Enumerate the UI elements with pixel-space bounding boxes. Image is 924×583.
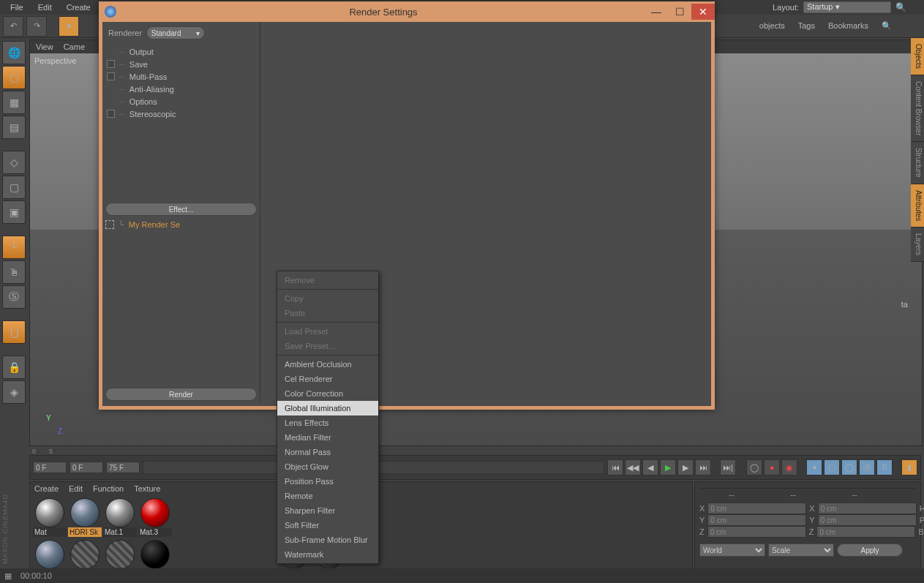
undo-button[interactable]: ↶ xyxy=(3,16,23,37)
menu-create[interactable]: Create xyxy=(59,1,98,13)
checkbox[interactable] xyxy=(107,60,115,68)
cube-tool[interactable]: ▢ xyxy=(2,66,26,89)
ctx-lens-effects[interactable]: Lens Effects xyxy=(277,415,378,430)
render-tree-item[interactable]: ─Anti-Aliasing xyxy=(105,83,260,95)
coord-field[interactable] xyxy=(818,514,917,526)
magnet-tool[interactable]: ⋃ xyxy=(2,320,26,344)
misc-tool[interactable]: ◈ xyxy=(2,380,26,404)
checkbox[interactable] xyxy=(107,72,115,80)
vp-camera[interactable]: Came xyxy=(64,42,85,51)
layout-select[interactable]: Startup ▾ xyxy=(803,1,891,13)
autokey-button[interactable]: ◉ xyxy=(781,459,797,475)
world-select[interactable]: World xyxy=(699,543,765,557)
tab-tags[interactable]: Tags xyxy=(798,21,815,31)
move-tool[interactable]: ➤ xyxy=(59,16,79,37)
record-button[interactable]: ● xyxy=(764,459,780,475)
coord-field[interactable] xyxy=(707,503,806,514)
menu-file[interactable]: File xyxy=(3,1,31,13)
poly-tool[interactable]: ▣ xyxy=(2,200,26,224)
ctx-object-glow[interactable]: Object Glow xyxy=(277,459,378,474)
globe-icon[interactable]: 🌐 xyxy=(2,41,26,64)
ctx-sharpen-filter[interactable]: Sharpen Filter xyxy=(277,503,378,518)
render-tree-item[interactable]: ─Save xyxy=(105,58,260,70)
lock-tool[interactable]: 🔒 xyxy=(2,356,26,379)
material-item[interactable]: Mat.3 xyxy=(138,498,172,537)
key-pos[interactable]: ✦ xyxy=(806,459,822,475)
key-rot[interactable]: ◯ xyxy=(841,459,857,475)
ctx-ambient-occlusion[interactable]: Ambient Occlusion xyxy=(277,357,378,372)
goto-start-button[interactable]: ⏮ xyxy=(607,459,623,475)
edge-tool[interactable]: ▢ xyxy=(2,176,26,199)
preset-name[interactable]: My Render Se xyxy=(129,220,180,229)
close-button[interactable]: ✕ xyxy=(691,4,715,20)
ctx-soft-filter[interactable]: Soft Filter xyxy=(277,518,378,533)
render-tree-item[interactable]: ─Output xyxy=(105,45,260,58)
tab-objects[interactable]: objects xyxy=(759,21,785,31)
ctx-watermark[interactable]: Watermark xyxy=(277,547,378,562)
coord-field[interactable] xyxy=(707,526,806,538)
material-item[interactable]: HDRI Sk xyxy=(68,498,102,537)
search-icon[interactable]: 🔍 xyxy=(882,21,892,31)
frame-a[interactable] xyxy=(33,462,67,473)
render-tree-item[interactable]: ─Stereoscopic xyxy=(105,108,260,120)
ctx-normal-pass[interactable]: Normal Pass xyxy=(277,445,378,459)
rec-1[interactable]: ◯ xyxy=(746,459,762,475)
key-param[interactable]: Ⓟ xyxy=(859,459,875,475)
mat-function[interactable]: Function xyxy=(93,484,124,493)
ctx-save-preset-: Save Preset... xyxy=(277,339,378,353)
ctx-median-filter[interactable]: Median Filter xyxy=(277,430,378,445)
point-tool[interactable]: ◇ xyxy=(2,151,26,174)
frame-c[interactable] xyxy=(106,462,140,473)
tab-layers[interactable]: Layers xyxy=(911,227,924,262)
key-pla[interactable]: ⠿ xyxy=(876,459,893,475)
mat-texture[interactable]: Texture xyxy=(134,484,160,493)
redo-button[interactable]: ↷ xyxy=(26,16,47,37)
next-frame-button[interactable]: ▶ xyxy=(677,459,694,475)
renderer-select[interactable]: Standard▾ xyxy=(146,26,205,40)
ctx-cel-renderer[interactable]: Cel Renderer xyxy=(277,372,378,386)
play-button[interactable]: ▶ xyxy=(660,459,676,475)
mouse-tool[interactable]: 🖱 xyxy=(2,260,26,284)
minimize-button[interactable]: — xyxy=(645,4,668,20)
tab-content-browser[interactable]: Content Browser xyxy=(911,75,924,142)
coord-field[interactable] xyxy=(707,514,806,526)
ctx-global-illumination[interactable]: Global Illumination xyxy=(277,401,378,415)
search-icon[interactable]: 🔍 xyxy=(895,2,906,12)
frame-b[interactable] xyxy=(70,462,103,473)
s-tool[interactable]: Ⓢ xyxy=(2,285,26,309)
maximize-button[interactable]: ☐ xyxy=(668,4,691,20)
dialog-titlebar[interactable]: Render Settings — ☐ ✕ xyxy=(99,1,715,22)
tab-objects-side[interactable]: Objects xyxy=(911,38,924,75)
material-item[interactable]: Mat.1 xyxy=(103,498,137,537)
tab-bookmarks[interactable]: Bookmarks xyxy=(828,21,868,31)
ctx-position-pass[interactable]: Position Pass xyxy=(277,474,378,489)
coord-field[interactable] xyxy=(818,503,917,514)
checker-tool[interactable]: ▦ xyxy=(2,91,26,114)
effect-button[interactable]: Effect... xyxy=(105,203,257,216)
render-tree-item[interactable]: ─Options xyxy=(105,95,260,108)
tab-attributes[interactable]: Attributes xyxy=(911,184,924,227)
dialog-icon xyxy=(105,6,116,18)
render-tree-item[interactable]: ─Multi-Pass xyxy=(105,70,260,83)
loop-button[interactable]: ⏭| xyxy=(720,459,736,475)
grid-tool[interactable]: ▤ xyxy=(2,116,26,139)
vp-view[interactable]: View xyxy=(36,42,53,51)
render-button[interactable]: Render xyxy=(105,388,257,401)
tab-structure[interactable]: Structure xyxy=(911,142,924,184)
coord-field[interactable] xyxy=(816,526,915,538)
ctx-remote[interactable]: Remote xyxy=(277,489,378,503)
goto-end-button[interactable]: ⏭ xyxy=(695,459,711,475)
mat-create[interactable]: Create xyxy=(34,484,59,493)
scale-select[interactable]: Scale xyxy=(768,543,834,557)
ctx-color-correction[interactable]: Color Correction xyxy=(277,386,378,401)
key-scale[interactable]: ▢ xyxy=(824,459,840,475)
checkbox[interactable] xyxy=(107,110,115,118)
axis-tool[interactable]: └ xyxy=(2,236,26,259)
ctx-sub-frame-motion-blur[interactable]: Sub-Frame Motion Blur xyxy=(277,533,378,547)
mat-edit[interactable]: Edit xyxy=(69,484,83,493)
material-item[interactable]: Mat xyxy=(33,498,67,537)
apply-button[interactable]: Apply xyxy=(837,543,903,557)
prev-key-button[interactable]: ◀◀ xyxy=(625,459,641,475)
prev-frame-button[interactable]: ◀ xyxy=(642,459,658,475)
menu-edit[interactable]: Edit xyxy=(31,1,59,13)
